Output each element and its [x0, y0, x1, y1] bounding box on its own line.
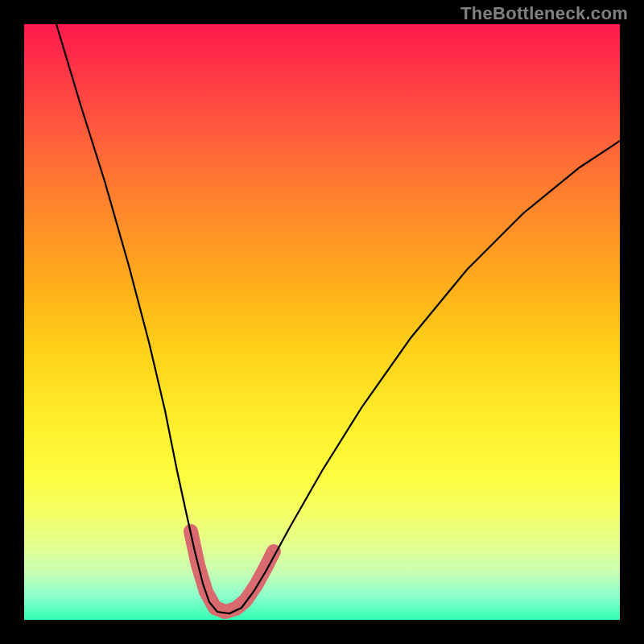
chart-svg [24, 24, 620, 620]
plot-area [24, 24, 620, 620]
bottleneck-highlight [191, 531, 274, 612]
chart-frame: TheBottleneck.com [0, 0, 644, 644]
watermark-text: TheBottleneck.com [460, 3, 628, 24]
bottleneck-curve [56, 24, 620, 613]
